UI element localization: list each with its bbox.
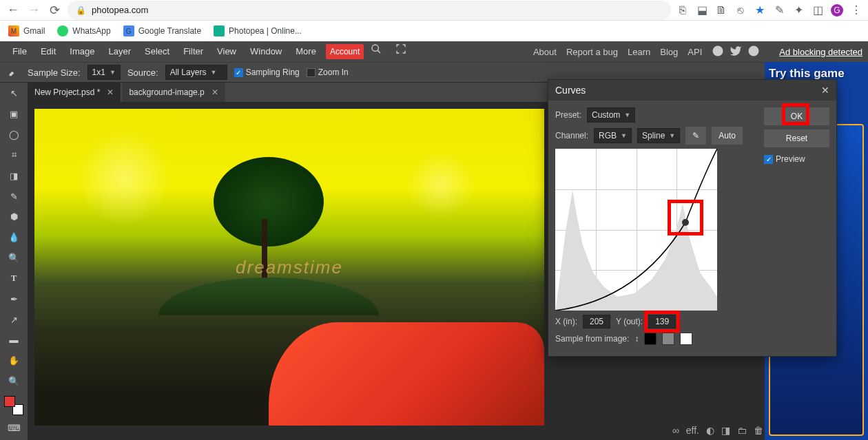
tab-background-image[interactable]: background-image.p✕ [122, 83, 225, 102]
reload-button[interactable]: ⟳ [47, 3, 62, 18]
folder-icon[interactable]: 🗀 [737, 425, 747, 436]
swatch-white[interactable] [680, 333, 692, 345]
fullscreen-icon[interactable] [389, 41, 413, 62]
canvas[interactable]: dreamstime [34, 109, 544, 426]
color-swatches[interactable] [4, 396, 23, 415]
type-tool[interactable]: T [4, 270, 23, 286]
eyedropper-icon[interactable]: ↕ [634, 334, 639, 344]
reset-button[interactable]: Reset [764, 129, 829, 147]
reddit-icon[interactable] [712, 45, 724, 59]
sidepanel-icon[interactable]: ◫ [812, 4, 824, 17]
brush-tool[interactable]: ✎ [4, 188, 23, 205]
share-icon[interactable]: ⎋ [734, 4, 747, 17]
layer-panel-icons: ∞ eff. ◐ ◨ 🗀 🗑 [672, 425, 763, 436]
link-learn[interactable]: Learn [628, 47, 650, 57]
menu-layer[interactable]: Layer [102, 41, 138, 62]
document-tabs: New Project.psd *✕ background-image.p✕ [28, 83, 227, 102]
bookmark-gmail[interactable]: MGmail [8, 25, 45, 36]
menu-filter[interactable]: Filter [176, 41, 210, 62]
tool-palette: ↖ ▣ ◯ ⌗ ◨ ✎ ⬢ 💧 🔍 T ✒ ↗ ▬ ✋ 🔍 ⌨ [0, 83, 28, 440]
sample-size-select[interactable]: 1x1▼ [87, 65, 121, 80]
auto-button[interactable]: Auto [712, 127, 743, 145]
picker-icon[interactable]: ✎ [773, 4, 785, 17]
interpolation-select[interactable]: Spline▼ [637, 128, 680, 143]
menu-image[interactable]: Image [63, 41, 101, 62]
link-api[interactable]: API [688, 47, 702, 57]
menu-bar: File Edit Image Layer Select Filter View… [0, 41, 868, 62]
curves-dialog: Curves ✕ Preset: Custom▼ Channel: RGB▼ S… [548, 79, 837, 357]
shape-tool[interactable]: ▬ [4, 332, 23, 348]
bookmark-whatsapp[interactable]: WhatsApp [57, 25, 110, 36]
twitter-icon[interactable] [730, 45, 742, 59]
bookmark-translate[interactable]: GGoogle Translate [123, 25, 201, 36]
blur-tool[interactable]: 💧 [4, 229, 23, 246]
menu-account[interactable]: Account [326, 44, 364, 59]
hand-tool[interactable]: ✋ [4, 353, 23, 369]
swatch-black[interactable] [644, 333, 657, 345]
dialog-titlebar[interactable]: Curves ✕ [548, 80, 836, 101]
download-icon[interactable]: ⬓ [696, 4, 708, 17]
menu-dots-icon[interactable]: ⋮ [850, 4, 862, 17]
menu-more[interactable]: More [289, 41, 323, 62]
menu-view[interactable]: View [210, 41, 243, 62]
zoom-tool[interactable]: 🔍 [4, 373, 23, 390]
quickmask-tool[interactable]: ⌨ [4, 419, 23, 436]
url-text: photopea.com [92, 5, 148, 15]
doc-icon[interactable]: 🗎 [715, 4, 727, 17]
move-tool[interactable]: ↖ [4, 85, 23, 102]
sampling-ring-checkbox[interactable]: ✓Sampling Ring [234, 67, 300, 77]
zoom-in-checkbox[interactable]: Zoom In [307, 67, 349, 77]
address-bar[interactable]: 🔒 photopea.com [68, 1, 671, 20]
star-icon[interactable]: ★ [754, 4, 766, 17]
crop-tool[interactable]: ⌗ [4, 147, 23, 163]
install-icon[interactable]: ⎘ [676, 4, 689, 17]
curve-graph[interactable] [555, 149, 717, 311]
bookmark-photopea[interactable]: Photopea | Online... [214, 25, 302, 36]
link-layers-icon[interactable]: ∞ [672, 425, 679, 436]
source-select[interactable]: All Layers▼ [165, 65, 227, 80]
x-in-input[interactable] [583, 315, 610, 328]
forward-button[interactable]: → [26, 3, 41, 18]
puzzle-icon[interactable]: ✦ [792, 4, 805, 17]
lock-icon: 🔒 [76, 6, 86, 15]
pen-tool[interactable]: ✒ [4, 291, 23, 307]
menu-edit[interactable]: Edit [34, 41, 63, 62]
close-icon[interactable]: ✕ [211, 87, 218, 97]
eraser-tool[interactable]: ◨ [4, 167, 23, 184]
link-report-bug[interactable]: Report a bug [566, 47, 618, 57]
dodge-tool[interactable]: 🔍 [4, 250, 23, 266]
back-button[interactable]: ← [6, 3, 21, 18]
path-tool[interactable]: ↗ [4, 311, 23, 328]
profile-avatar[interactable]: G [831, 4, 843, 17]
pencil-toggle[interactable]: ✎ [685, 127, 706, 145]
ok-button[interactable]: OK [764, 107, 829, 125]
effects-icon[interactable]: eff. [686, 425, 699, 436]
link-about[interactable]: About [533, 47, 557, 57]
tab-new-project[interactable]: New Project.psd *✕ [28, 83, 121, 102]
svg-point-1 [713, 45, 723, 56]
swatch-gray[interactable] [662, 333, 674, 345]
mask-icon[interactable]: ◐ [706, 425, 714, 436]
stamp-tool[interactable]: ⬢ [4, 209, 23, 225]
trash-icon[interactable]: 🗑 [754, 425, 763, 436]
facebook-icon[interactable] [747, 45, 760, 59]
preview-checkbox[interactable]: ✓Preview [764, 154, 829, 164]
preset-label: Preset: [555, 110, 581, 120]
preset-select[interactable]: Custom▼ [587, 107, 635, 123]
search-icon[interactable] [364, 41, 389, 62]
menu-file[interactable]: File [6, 41, 34, 62]
bookmarks-bar: MGmail WhatsApp GGoogle Translate Photop… [0, 21, 868, 41]
menu-select[interactable]: Select [138, 41, 176, 62]
adjustment-icon[interactable]: ◨ [721, 425, 730, 436]
link-blog[interactable]: Blog [660, 47, 678, 57]
lasso-tool[interactable]: ◯ [4, 127, 23, 143]
marquee-tool[interactable]: ▣ [4, 106, 23, 123]
close-icon[interactable]: ✕ [821, 85, 829, 96]
close-icon[interactable]: ✕ [107, 87, 114, 97]
curve-point[interactable] [682, 219, 689, 226]
menu-window[interactable]: Window [243, 41, 289, 62]
channel-select[interactable]: RGB▼ [594, 128, 632, 143]
y-out-input[interactable] [648, 315, 676, 328]
extension-icons: ⎘ ⬓ 🗎 ⎋ ★ ✎ ✦ ◫ G ⋮ [676, 4, 862, 17]
ad-blocking-detected[interactable]: Ad blocking detected [779, 47, 862, 57]
